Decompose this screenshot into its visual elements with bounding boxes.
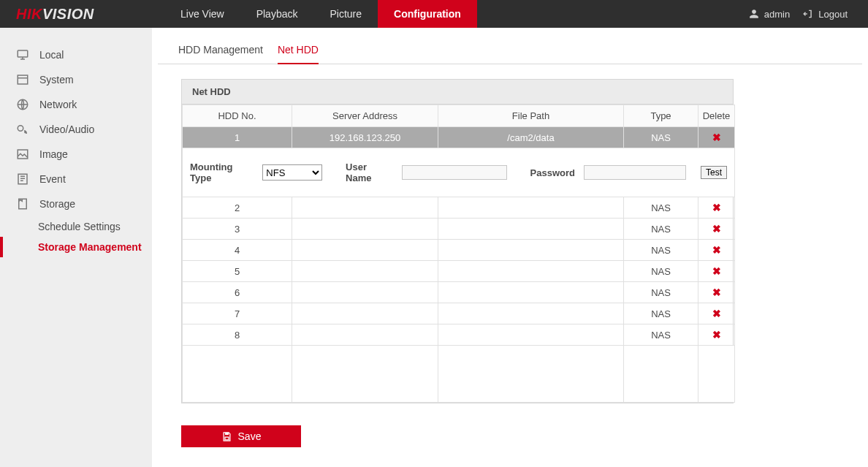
image-icon [16,148,29,161]
sidebar-sub-storage-management[interactable]: Storage Management [0,237,152,257]
nav-live-view[interactable]: Live View [164,0,240,28]
table-row[interactable]: 2NAS✖ [183,197,735,219]
net-hdd-table: HDD No. Server Address File Path Type De… [182,105,735,403]
sidebar-item-system[interactable]: System [0,67,152,92]
cell-server[interactable] [292,261,438,282]
user-icon [749,9,759,19]
header-bar: HIKVISION Live View Playback Picture Con… [0,0,868,28]
cell-delete: ✖ [698,219,735,240]
delete-icon[interactable]: ✖ [712,223,721,235]
cell-type: NAS [624,324,698,346]
cell-type: NAS [624,303,698,324]
video-audio-icon [16,123,29,136]
cell-delete: ✖ [698,127,735,148]
delete-icon[interactable]: ✖ [712,202,721,213]
content-area: HDD Management Net HDD Net HDD HDD No. S… [152,28,868,467]
delete-icon[interactable]: ✖ [712,329,721,341]
brand-vision: VISION [42,6,94,22]
sidebar-sub-schedule[interactable]: Schedule Settings [0,216,152,237]
cell-server[interactable] [292,324,438,346]
sidebar-item-local[interactable]: Local [0,42,152,67]
logout-button[interactable]: Logout [803,9,848,20]
cell-no: 7 [183,303,292,324]
cell-no: 6 [183,282,292,303]
cell-type: NAS [624,197,698,219]
cell-server[interactable] [292,303,438,324]
table-row[interactable]: 7NAS✖ [183,303,735,324]
cell-path[interactable] [438,261,624,282]
brand-hik: HIK [16,6,42,22]
cell-type: NAS [624,127,698,148]
password-label: Password [530,167,575,178]
tab-hdd-management[interactable]: HDD Management [178,37,263,64]
cell-no: 2 [183,197,292,219]
table-row[interactable]: 4NAS✖ [183,240,735,261]
sidebar-item-label: Local [39,49,64,61]
delete-icon[interactable]: ✖ [712,132,721,143]
sidebar-item-label: System [39,74,74,86]
nav-picture[interactable]: Picture [313,0,378,28]
cell-no: 5 [183,261,292,282]
delete-icon[interactable]: ✖ [712,244,721,256]
username-input[interactable] [402,165,507,180]
tab-net-hdd[interactable]: Net HDD [278,37,319,64]
storage-icon [16,197,29,210]
cell-delete: ✖ [698,261,735,282]
sidebar-item-network[interactable]: Network [0,92,152,117]
nav-playback[interactable]: Playback [240,0,314,28]
table-row[interactable]: 6NAS✖ [183,282,735,303]
cell-path[interactable] [438,219,624,240]
table-header-row: HDD No. Server Address File Path Type De… [183,105,735,127]
cell-server[interactable] [292,197,438,219]
cell-type: NAS [624,240,698,261]
username-label: User Name [346,162,393,183]
cell-path[interactable] [438,324,624,346]
logout-label: Logout [818,9,848,20]
monitor-icon [16,48,29,61]
mounting-type-select[interactable]: NFS [262,164,322,181]
delete-icon[interactable]: ✖ [712,265,721,277]
top-right: admin Logout [749,9,868,20]
top-nav: Live View Playback Picture Configuration [164,0,477,28]
delete-icon[interactable]: ✖ [712,286,721,298]
cell-server[interactable] [292,219,438,240]
sidebar-item-image[interactable]: Image [0,142,152,167]
brand-logo: HIKVISION [0,6,164,23]
cell-path[interactable] [438,282,624,303]
user-info[interactable]: admin [749,9,790,20]
svg-point-4 [25,132,26,133]
cell-server[interactable] [292,240,438,261]
table-row[interactable]: 1192.168.123.250/cam2/dataNAS✖ [183,127,735,148]
cell-path[interactable]: /cam2/data [438,127,624,148]
cell-server[interactable]: 192.168.123.250 [292,127,438,148]
svg-rect-7 [225,432,229,434]
cell-delete: ✖ [698,324,735,346]
globe-icon [16,98,29,111]
cell-no: 8 [183,324,292,346]
col-server: Server Address [292,105,438,127]
table-row[interactable]: 3NAS✖ [183,219,735,240]
table-row[interactable]: 5NAS✖ [183,261,735,282]
sidebar-item-video-audio[interactable]: Video/Audio [0,117,152,142]
sidebar-item-event[interactable]: Event [0,167,152,191]
net-hdd-panel: Net HDD HDD No. Server Address File Path… [181,79,734,403]
cell-path[interactable] [438,240,624,261]
save-label: Save [238,430,262,442]
svg-rect-8 [225,437,229,440]
cell-path[interactable] [438,303,624,324]
cell-server[interactable] [292,282,438,303]
sidebar-item-storage[interactable]: Storage [0,191,152,216]
password-input[interactable] [584,165,686,180]
sidebar-item-label: Event [39,173,66,185]
delete-icon[interactable]: ✖ [712,308,721,319]
test-button[interactable]: Test [701,166,727,179]
table-row[interactable]: 8NAS✖ [183,324,735,346]
event-icon [16,172,29,186]
cell-path[interactable] [438,197,624,219]
col-hdd-no: HDD No. [183,105,292,127]
nav-configuration[interactable]: Configuration [378,0,477,28]
col-type: Type [624,105,698,127]
save-button[interactable]: Save [181,425,301,447]
sidebar-item-label: Image [39,148,68,160]
cell-no: 1 [183,127,292,148]
